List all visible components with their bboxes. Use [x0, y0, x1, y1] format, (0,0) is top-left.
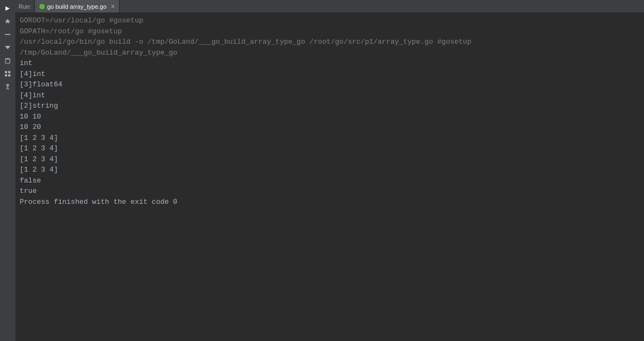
- console-line: [2]string: [20, 101, 640, 111]
- svg-rect-0: [5, 59, 10, 63]
- svg-rect-4: [8, 74, 10, 77]
- console-line: true: [20, 186, 640, 197]
- console-line: false: [20, 175, 640, 186]
- tab-bar: Run: go build array_type.go ×: [15, 0, 644, 13]
- console-line: GOPATH=/root/go #gosetup: [20, 26, 640, 37]
- console-line: [1 2 3 4]: [20, 164, 640, 175]
- pin-icon[interactable]: [2, 15, 14, 27]
- console-line: GOROOT=/usr/local/go #gosetup: [20, 15, 640, 26]
- tab-status-icon: [39, 4, 45, 9]
- play-icon[interactable]: ▶: [2, 2, 14, 14]
- svg-rect-2: [8, 71, 10, 73]
- console-line: [4]int: [20, 69, 640, 80]
- svg-rect-1: [5, 71, 7, 73]
- down-arrow-icon[interactable]: [2, 42, 14, 54]
- console-line: [1 2 3 4]: [20, 133, 640, 144]
- tab-title: go build array_type.go: [47, 3, 107, 10]
- push-pin-icon[interactable]: [2, 81, 14, 93]
- grid-icon[interactable]: [2, 68, 14, 80]
- tab-go-build[interactable]: go build array_type.go ×: [35, 0, 120, 13]
- console-line: int: [20, 58, 640, 69]
- console-line: Process finished with the exit code 0: [20, 197, 640, 208]
- console-line: /usr/local/go/bin/go build -o /tmp/GoLan…: [20, 37, 640, 48]
- console-line: [1 2 3 4]: [20, 154, 640, 165]
- console-line: [1 2 3 4]: [20, 143, 640, 154]
- sidebar: ▶ —: [0, 0, 15, 341]
- run-label: Run:: [15, 0, 35, 13]
- console-line: /tmp/GoLand/___go_build_array_type_go: [20, 48, 640, 58]
- horizontal-line-icon: —: [2, 28, 14, 40]
- trash-icon[interactable]: [2, 55, 14, 67]
- svg-rect-3: [5, 74, 7, 77]
- console-output: GOROOT=/usr/local/go #gosetupGOPATH=/roo…: [15, 13, 644, 341]
- console-line: [3]float64: [20, 79, 640, 90]
- tab-close-button[interactable]: ×: [111, 3, 115, 10]
- console-line: [4]int: [20, 90, 640, 101]
- main-area: Run: go build array_type.go × GOROOT=/us…: [15, 0, 644, 341]
- console-line: 10 10: [20, 111, 640, 122]
- console-line: 10 20: [20, 122, 640, 133]
